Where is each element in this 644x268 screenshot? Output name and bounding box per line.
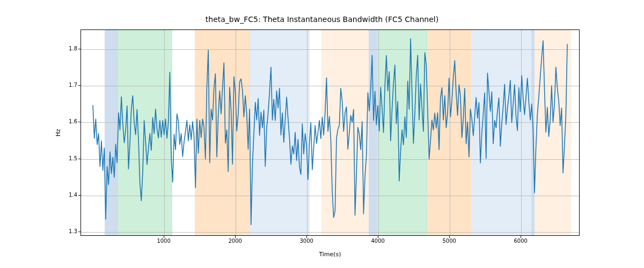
x-tick-label: 5000	[438, 238, 460, 244]
y-tick-mark	[78, 122, 80, 122]
plot-area	[80, 29, 580, 236]
x-tick-label: 2000	[224, 238, 246, 244]
x-tick-label: 4000	[367, 238, 389, 244]
y-tick-mark	[78, 232, 80, 232]
y-tick-mark	[78, 195, 80, 196]
y-tick-label: 1.3	[59, 228, 77, 234]
y-tick-mark	[78, 49, 80, 49]
x-axis-label: Time(s)	[80, 251, 580, 258]
x-tick-label: 6000	[510, 238, 531, 244]
chart-title: theta_bw_FC5: Theta Instantaneous Bandwi…	[0, 15, 644, 24]
y-tick-label: 1.6	[59, 118, 77, 124]
y-tick-label: 1.5	[59, 155, 77, 161]
x-tick-label: 1000	[153, 238, 174, 244]
line-series	[81, 30, 579, 235]
y-tick-mark	[78, 85, 80, 86]
chart-figure: theta_bw_FC5: Theta Instantaneous Bandwi…	[0, 0, 644, 268]
y-tick-label: 1.8	[59, 46, 77, 51]
x-tick-label: 3000	[296, 238, 317, 244]
y-tick-mark	[78, 159, 80, 159]
y-tick-label: 1.7	[59, 82, 77, 88]
y-tick-label: 1.4	[59, 192, 77, 198]
